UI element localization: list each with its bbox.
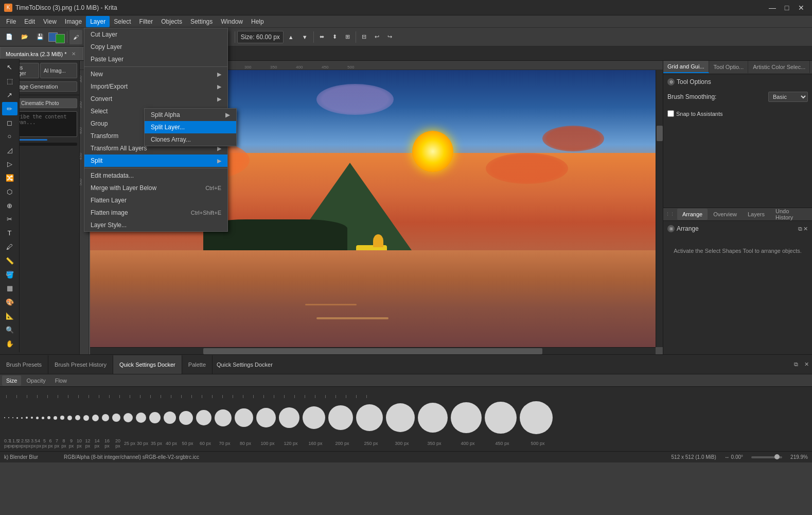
panel-layout-btn[interactable]: ⊟ <box>358 30 370 44</box>
tool-ellipse[interactable]: ○ <box>2 130 17 143</box>
brush-dot-4[interactable] <box>36 417 39 419</box>
flip-v-btn[interactable]: ⬍ <box>329 30 341 44</box>
doc-tab-mountain-close[interactable]: ✕ <box>70 50 77 58</box>
brush-dot-50[interactable] <box>179 411 193 425</box>
layer-menu-convert[interactable]: Convert ▶ <box>84 93 227 105</box>
bottom-tab-palette[interactable]: Palette <box>182 355 213 374</box>
brush-dot-7[interactable] <box>54 416 57 420</box>
menu-image[interactable]: Image <box>61 16 86 27</box>
layer-menu-cut[interactable]: Cut Layer <box>84 28 227 41</box>
brush-dot-35[interactable] <box>149 412 161 423</box>
scrollbar-v-thumb[interactable] <box>657 126 663 141</box>
layer-menu-split[interactable]: Split ▶ <box>84 154 227 167</box>
brush-dot-300[interactable] <box>386 403 415 432</box>
docker-float-btn[interactable]: ⧉ <box>791 361 801 368</box>
brush-dot-70[interactable] <box>215 409 232 426</box>
qs-tab-size[interactable]: Size <box>2 375 21 386</box>
ai-image-btn[interactable]: AI Imag... <box>40 63 77 78</box>
brush-dot-2.5[interactable] <box>21 417 23 419</box>
rp-tab-tool-options[interactable]: Tool Optio... <box>710 61 749 73</box>
layer-menu-edit-metadata[interactable]: Edit metadata... <box>84 169 227 182</box>
menu-file[interactable]: File <box>2 16 20 27</box>
toolbar-open-btn[interactable]: 📂 <box>17 30 32 44</box>
brush-dot-30[interactable] <box>136 413 146 423</box>
split-alpha-item[interactable]: Split Alpha ▶ <box>145 109 236 121</box>
maximize-button[interactable]: □ <box>780 3 793 13</box>
menu-view[interactable]: View <box>39 16 61 27</box>
size-arrow-up[interactable]: ▲ <box>285 30 297 44</box>
background-color[interactable] <box>56 34 65 43</box>
brush-dot-450[interactable] <box>485 402 517 434</box>
brp-tab-arrange[interactable]: Arrange <box>677 209 708 220</box>
tool-calligraphy[interactable]: 🖊 <box>2 241 17 254</box>
brush-dot-12[interactable] <box>83 415 89 421</box>
tool-path[interactable]: ▷ <box>2 158 17 171</box>
brush-dot-250[interactable] <box>356 404 383 431</box>
tool-text[interactable]: T <box>2 227 17 240</box>
tool-gradient[interactable]: ▦ <box>2 282 17 295</box>
tool-colorize[interactable]: 🎨 <box>2 296 17 309</box>
scrollbar-v[interactable] <box>656 70 663 347</box>
snap-checkbox[interactable] <box>667 110 674 117</box>
menu-help[interactable]: Help <box>247 16 268 27</box>
tool-pan[interactable]: ✋ <box>2 337 17 350</box>
brush-dot-9[interactable] <box>67 416 72 420</box>
brush-dot-400[interactable] <box>451 402 482 433</box>
minimize-button[interactable]: — <box>766 3 779 13</box>
bottom-tab-brush-history[interactable]: Brush Preset History <box>48 355 113 374</box>
tool-assistant[interactable]: 📏 <box>2 254 17 267</box>
arrange-float-btn[interactable]: ⧉ <box>798 226 802 232</box>
split-layer-item[interactable]: Split Layer... <box>145 121 236 133</box>
size-arrow-down[interactable]: ▼ <box>298 30 311 44</box>
menu-layer[interactable]: Layer <box>86 16 110 27</box>
tool-rectangle[interactable]: ◻ <box>2 116 17 129</box>
brush-dot-500[interactable] <box>520 401 553 434</box>
brp-tab-overview[interactable]: Overview <box>708 209 742 220</box>
layer-menu-merge-below[interactable]: Merge with Layer Below Ctrl+E <box>84 182 227 194</box>
brush-dot-100[interactable] <box>256 408 276 427</box>
menu-settings[interactable]: Settings <box>186 16 217 27</box>
toolbar-save-btn[interactable]: 💾 <box>33 30 47 44</box>
brush-dot-0.7[interactable] <box>4 417 5 418</box>
bottom-tab-brush-presets[interactable]: Brush Presets <box>0 355 48 374</box>
tool-zoom[interactable]: 🔍 <box>2 323 17 336</box>
brush-dot-1.5[interactable] <box>12 417 13 418</box>
qs-tab-opacity[interactable]: Opacity <box>22 375 49 386</box>
tool-transform[interactable]: ↗ <box>2 89 17 102</box>
brush-dot-5[interactable] <box>42 417 44 419</box>
brush-dot-2[interactable] <box>16 417 18 419</box>
brp-tab-layers[interactable]: Layers <box>743 209 770 220</box>
brush-dot-3.5[interactable] <box>31 417 33 419</box>
redo-btn[interactable]: ↪ <box>384 30 396 44</box>
toolbar-brush-btn[interactable]: 🖌 <box>69 30 82 44</box>
tool-fill[interactable]: 🪣 <box>2 268 17 281</box>
layer-menu-new[interactable]: New ▶ <box>84 68 227 80</box>
mirror-h-btn[interactable]: ⬌ <box>316 30 328 44</box>
brush-dot-350[interactable] <box>418 403 448 433</box>
brp-tab-undo-history[interactable]: Undo History <box>770 209 810 220</box>
tool-multi-brush[interactable]: 🔀 <box>2 171 17 185</box>
tool-contiguous-select[interactable]: ⬚ <box>2 75 17 88</box>
brush-dot-14[interactable] <box>92 415 99 421</box>
brush-dot-60[interactable] <box>196 410 211 425</box>
layer-menu-import-export[interactable]: Import/Export ▶ <box>84 80 227 93</box>
tool-smart-patch[interactable]: ⬡ <box>2 185 17 198</box>
layer-menu-layer-style[interactable]: Layer Style... <box>84 219 227 231</box>
layer-menu-copy[interactable]: Copy Layer <box>84 41 227 53</box>
canvas-drag-handle[interactable] <box>361 349 382 351</box>
brush-dot-20[interactable] <box>112 414 120 422</box>
tool-polygon[interactable]: ◿ <box>2 144 17 157</box>
brush-dot-6[interactable] <box>47 416 50 419</box>
brush-dot-16[interactable] <box>102 414 109 421</box>
brush-dot-25[interactable] <box>123 413 133 422</box>
brush-dot-160[interactable] <box>303 406 325 429</box>
layer-menu-flatten-image[interactable]: Flatten image Ctrl+Shift+E <box>84 207 227 219</box>
menu-edit[interactable]: Edit <box>20 16 39 27</box>
bottom-tab-quick-settings[interactable]: Quick Settings Docker <box>113 355 182 374</box>
zoom-slider[interactable] <box>751 456 782 458</box>
qs-tab-flow[interactable]: Flow <box>51 375 71 386</box>
docker-close-btn[interactable]: ✕ <box>801 361 812 368</box>
menu-filter[interactable]: Filter <box>135 16 157 27</box>
brush-dot-120[interactable] <box>279 407 299 428</box>
brush-dot-10[interactable] <box>75 415 80 420</box>
